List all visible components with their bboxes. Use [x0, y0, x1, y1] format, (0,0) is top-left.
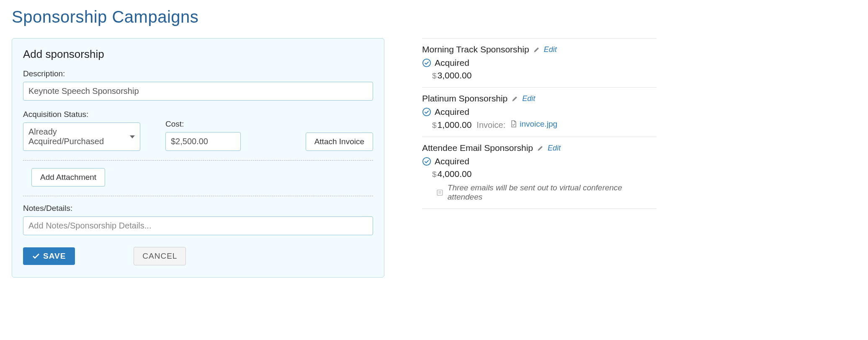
note-icon	[436, 189, 443, 196]
status-select-value: Already Acquired/Purchased	[28, 127, 130, 146]
svg-point-2	[423, 158, 430, 165]
item-status: Acquired	[435, 107, 469, 117]
pencil-icon	[512, 96, 518, 102]
item-status: Acquired	[435, 156, 469, 166]
check-circle-icon	[422, 157, 431, 166]
edit-link[interactable]: Edit	[548, 144, 561, 153]
notes-label: Notes/Details:	[23, 204, 373, 213]
page-title: Sponsorship Campaigns	[12, 8, 856, 26]
item-title: Morning Track Sponsorship	[422, 44, 529, 55]
chevron-down-icon	[130, 135, 135, 138]
currency-symbol: $	[432, 121, 437, 130]
check-circle-icon	[422, 107, 431, 117]
item-status: Acquired	[435, 58, 469, 68]
item-title: Platinum Sponsorship	[422, 93, 507, 104]
list-item: Platinum Sponsorship Edit Acquired $1,00…	[422, 88, 657, 137]
invoice-link[interactable]: invoice.jpg	[510, 119, 557, 129]
check-circle-icon	[422, 58, 431, 67]
edit-link[interactable]: Edit	[544, 45, 557, 54]
item-amount: 4,000.00	[438, 169, 472, 179]
save-button[interactable]: SAVE	[23, 247, 75, 265]
divider	[23, 196, 373, 196]
status-select[interactable]: Already Acquired/Purchased	[23, 122, 140, 151]
currency-symbol: $	[432, 71, 437, 80]
svg-point-1	[423, 108, 430, 116]
item-amount: 3,000.00	[438, 70, 472, 80]
item-title: Attendee Email Sponsorship	[422, 143, 533, 153]
check-icon	[32, 253, 40, 259]
cost-label: Cost:	[165, 119, 241, 129]
add-attachment-button[interactable]: Add Attachment	[31, 168, 105, 187]
status-label: Acquisition Status:	[23, 110, 140, 119]
invoice-filename: invoice.jpg	[520, 119, 557, 129]
currency-symbol: $	[432, 170, 437, 179]
item-note: Three emails will be sent out to virtual…	[448, 183, 657, 202]
cost-input[interactable]	[165, 132, 241, 151]
pencil-icon	[537, 145, 543, 151]
divider	[23, 160, 373, 161]
description-label: Description:	[23, 69, 373, 78]
svg-point-0	[423, 59, 430, 67]
invoice-label: Invoice:	[476, 120, 505, 130]
svg-rect-3	[437, 190, 443, 195]
file-icon	[510, 120, 517, 128]
cancel-button[interactable]: CANCEL	[134, 247, 186, 265]
sponsorship-list: Morning Track Sponsorship Edit Acquired …	[422, 38, 657, 209]
item-amount: 1,000.00	[438, 120, 472, 130]
notes-input[interactable]	[23, 216, 373, 235]
pencil-icon	[533, 47, 540, 53]
save-button-label: SAVE	[43, 252, 66, 261]
list-item: Attendee Email Sponsorship Edit Acquired…	[422, 137, 657, 209]
edit-link[interactable]: Edit	[522, 94, 535, 103]
attach-invoice-button[interactable]: Attach Invoice	[306, 132, 373, 151]
list-item: Morning Track Sponsorship Edit Acquired …	[422, 39, 657, 88]
form-heading: Add sponsorship	[23, 48, 373, 61]
description-input[interactable]	[23, 82, 373, 101]
add-sponsorship-form: Add sponsorship Description: Acquisition…	[12, 38, 384, 278]
